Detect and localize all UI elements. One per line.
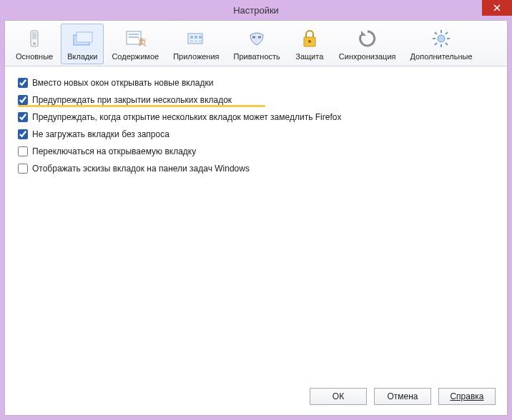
svg-line-27 xyxy=(445,32,448,34)
svg-rect-11 xyxy=(195,36,197,39)
svg-rect-13 xyxy=(190,40,193,42)
tabs-icon xyxy=(71,27,94,50)
category-label: Синхронизация xyxy=(339,52,396,61)
option-label: Отображать эскизы вкладок на панели зада… xyxy=(32,164,250,174)
category-apps[interactable]: Приложения xyxy=(167,24,225,64)
category-general[interactable]: Основные xyxy=(9,24,59,64)
option-row[interactable]: Отображать эскизы вкладок на панели зада… xyxy=(18,164,494,174)
option-checkbox[interactable] xyxy=(18,146,28,156)
category-label: Защита xyxy=(295,52,323,61)
category-label: Приложения xyxy=(173,52,219,61)
lock-icon xyxy=(298,27,321,50)
svg-rect-4 xyxy=(77,32,92,42)
svg-rect-15 xyxy=(199,40,202,42)
option-label: Предупреждать при закрытии нескольких вк… xyxy=(32,95,232,105)
category-label: Приватность xyxy=(234,52,280,61)
svg-point-16 xyxy=(252,36,255,38)
window-title: Настройки xyxy=(233,5,279,16)
option-label: Вместо новых окон открывать новые вкладк… xyxy=(32,78,213,88)
svg-rect-12 xyxy=(199,36,202,39)
category-toolbar: ОсновныеВкладки页СодержимоеПриложенияПрив… xyxy=(5,21,507,66)
svg-point-20 xyxy=(438,35,445,42)
svg-line-26 xyxy=(445,43,448,45)
svg-point-2 xyxy=(33,42,36,45)
close-icon xyxy=(493,4,501,11)
svg-rect-10 xyxy=(190,36,193,39)
svg-line-25 xyxy=(435,32,437,34)
category-privacy[interactable]: Приватность xyxy=(227,24,287,64)
category-label: Основные xyxy=(16,52,53,61)
sync-icon xyxy=(356,27,379,50)
category-label: Дополнительные xyxy=(410,52,472,61)
option-checkbox[interactable] xyxy=(18,95,28,105)
option-row[interactable]: Предупреждать, когда открытие нескольких… xyxy=(18,112,494,122)
option-row[interactable]: Вместо новых окон открывать новые вкладк… xyxy=(18,78,494,88)
option-checkbox[interactable] xyxy=(18,78,28,88)
svg-rect-6 xyxy=(129,34,139,35)
option-row[interactable]: Не загружать вкладки без запроса xyxy=(18,129,494,139)
highlight-marker xyxy=(18,105,265,107)
option-checkbox[interactable] xyxy=(18,164,28,174)
settings-window: Настройки ОсновныеВкладки页СодержимоеПрил… xyxy=(0,0,512,420)
svg-rect-1 xyxy=(32,32,36,39)
svg-text:页: 页 xyxy=(138,37,146,47)
svg-point-17 xyxy=(258,36,261,38)
category-sync[interactable]: Синхронизация xyxy=(333,24,403,64)
svg-rect-14 xyxy=(195,40,197,42)
option-checkbox[interactable] xyxy=(18,129,28,139)
gear-icon xyxy=(430,27,453,50)
dialog-footer: ОК Отмена Справка xyxy=(5,381,507,415)
category-label: Содержимое xyxy=(112,52,159,61)
help-button[interactable]: Справка xyxy=(438,388,496,405)
mask-icon xyxy=(245,27,268,50)
cancel-button[interactable]: Отмена xyxy=(374,388,431,405)
window-body: ОсновныеВкладки页СодержимоеПриложенияПрив… xyxy=(4,20,508,416)
option-checkbox[interactable] xyxy=(18,112,28,122)
option-row[interactable]: Предупреждать при закрытии нескольких вк… xyxy=(18,95,494,105)
content-icon: 页 xyxy=(124,27,147,50)
tabs-options-panel: Вместо новых окон открывать новые вкладк… xyxy=(5,66,507,381)
option-label: Не загружать вкладки без запроса xyxy=(32,129,169,139)
apps-icon xyxy=(184,27,207,50)
svg-point-19 xyxy=(308,40,311,43)
titlebar: Настройки xyxy=(0,0,512,20)
category-tabs[interactable]: Вкладки xyxy=(61,24,104,64)
option-label: Переключаться на открываемую вкладку xyxy=(32,146,196,156)
category-label: Вкладки xyxy=(67,52,97,61)
option-row[interactable]: Переключаться на открываемую вкладку xyxy=(18,146,494,156)
category-advanced[interactable]: Дополнительные xyxy=(403,24,478,64)
svg-rect-7 xyxy=(129,36,139,38)
switch-icon xyxy=(23,27,46,50)
option-label: Предупреждать, когда открытие нескольких… xyxy=(32,112,341,122)
category-security[interactable]: Защита xyxy=(288,24,331,64)
close-button[interactable] xyxy=(482,0,512,16)
svg-line-28 xyxy=(435,43,437,45)
ok-button[interactable]: ОК xyxy=(310,388,367,405)
category-content[interactable]: 页Содержимое xyxy=(105,24,165,64)
